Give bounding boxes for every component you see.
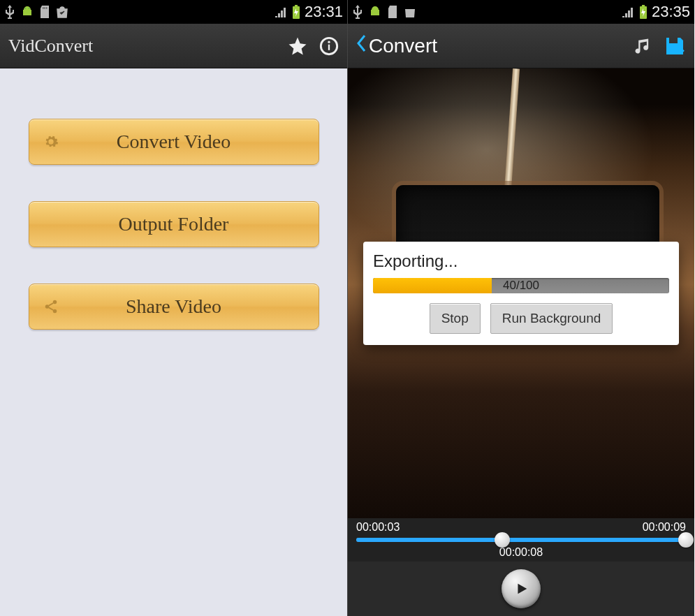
video-preview[interactable]: Exporting... 40/100 Stop Run Background <box>348 68 694 518</box>
svg-point-12 <box>52 309 57 314</box>
screen-convert: 23:35 Convert Exporting... 40/100 Stop R… <box>347 0 694 616</box>
svg-point-0 <box>25 8 27 9</box>
output-folder-label: Output Folder <box>119 213 229 235</box>
usb-icon <box>352 5 363 19</box>
seek-slider[interactable] <box>356 538 686 542</box>
status-time: 23:31 <box>305 3 343 21</box>
sd-card-icon <box>387 6 398 18</box>
time-scrub: 00:00:08 <box>356 546 686 559</box>
time-end: 00:00:09 <box>643 521 686 534</box>
svg-point-10 <box>52 300 57 305</box>
store-icon <box>56 6 68 18</box>
progress-bar: 40/100 <box>373 278 669 293</box>
svg-point-1 <box>29 8 30 9</box>
store-icon <box>404 6 416 18</box>
battery-charging-icon <box>292 5 300 19</box>
svg-point-9 <box>328 41 330 43</box>
play-icon <box>513 581 529 596</box>
svg-point-11 <box>45 305 49 309</box>
svg-rect-3 <box>45 7 46 9</box>
favorite-icon[interactable] <box>287 36 308 57</box>
signal-icon <box>621 6 635 17</box>
app-header: VidConvert <box>0 24 347 68</box>
screen-main: 23:31 VidConvert Convert Video Output Fo… <box>0 0 347 616</box>
share-video-button[interactable]: Share Video <box>29 284 319 330</box>
convert-video-label: Convert Video <box>117 131 231 153</box>
sd-card-icon <box>39 6 50 18</box>
signal-icon <box>274 6 288 17</box>
svg-rect-2 <box>43 7 44 9</box>
timeline: 00:00:03 00:00:09 00:00:08 <box>348 518 694 562</box>
video-area: Exporting... 40/100 Stop Run Background … <box>348 68 694 616</box>
export-dialog: Exporting... 40/100 Stop Run Background <box>363 242 679 345</box>
svg-rect-8 <box>328 44 330 50</box>
run-background-button[interactable]: Run Background <box>490 303 613 334</box>
status-bar: 23:31 <box>0 0 347 24</box>
svg-rect-14 <box>642 5 645 6</box>
output-folder-button[interactable]: Output Folder <box>29 201 319 247</box>
android-icon <box>21 6 34 18</box>
svg-rect-4 <box>46 7 47 9</box>
info-icon[interactable] <box>319 36 339 56</box>
progress-label: 40/100 <box>373 278 669 293</box>
stop-button[interactable]: Stop <box>430 303 481 334</box>
svg-rect-6 <box>295 5 298 6</box>
seek-fill <box>356 538 686 542</box>
back-button[interactable] <box>356 34 367 57</box>
share-video-label: Share Video <box>126 295 221 318</box>
status-time: 23:35 <box>652 3 690 21</box>
time-current: 00:00:03 <box>356 521 400 534</box>
play-bar <box>348 562 694 616</box>
gear-icon <box>43 134 59 149</box>
page-title: Convert <box>369 35 437 57</box>
export-title: Exporting... <box>373 251 669 271</box>
usb-icon <box>4 5 15 19</box>
music-icon[interactable] <box>633 36 652 56</box>
status-bar: 23:35 <box>348 0 694 24</box>
play-button[interactable] <box>502 569 541 608</box>
save-icon[interactable] <box>664 35 686 57</box>
seek-thumb-end[interactable] <box>678 532 694 548</box>
main-menu: Convert Video Output Folder Share Video <box>0 68 347 616</box>
convert-video-button[interactable]: Convert Video <box>29 119 319 165</box>
android-icon <box>369 6 381 18</box>
seek-thumb-start[interactable] <box>495 532 510 548</box>
convert-header: Convert <box>348 24 694 68</box>
app-title: VidConvert <box>8 36 93 57</box>
battery-charging-icon <box>639 5 648 19</box>
share-icon <box>43 299 59 314</box>
